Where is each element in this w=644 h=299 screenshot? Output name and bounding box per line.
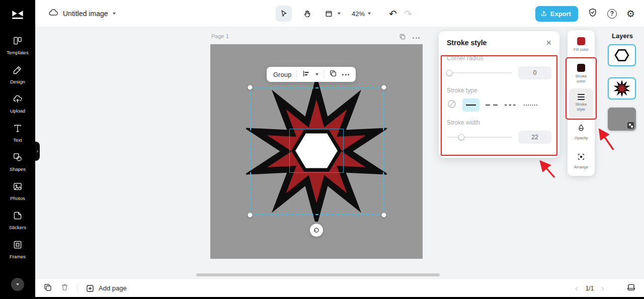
artboard-chevron-down-icon[interactable]: [338, 13, 341, 15]
delete-page-icon[interactable]: [60, 283, 69, 293]
next-page-chevron-icon[interactable]: ›: [601, 284, 604, 292]
bottombar-divider: [77, 284, 77, 293]
artboard-tool-button[interactable]: [322, 6, 335, 22]
layer-item-background[interactable]: [608, 108, 636, 131]
stroke-width-label: Stroke width: [447, 119, 551, 126]
add-page-label: Add page: [99, 284, 127, 292]
topbar: Untitled image 42% ↶ ↷: [35, 0, 644, 27]
stroke-style-panel: Stroke style × Corner radius 0 Stroke ty…: [439, 31, 559, 158]
upload-icon: [13, 94, 23, 106]
app-root: Page 1 Group: [0, 0, 644, 299]
sidebar-item-design[interactable]: Design: [0, 60, 35, 89]
horizontal-scrollbar[interactable]: [196, 273, 440, 276]
stroke-type-dash-button[interactable]: [485, 101, 499, 110]
app-logo-icon[interactable]: [10, 7, 25, 24]
bottombar: Add page ‹ 1/1 ›: [35, 278, 644, 297]
zoom-chevron-down-icon: [368, 13, 371, 15]
arrange-icon: [577, 153, 585, 163]
sidebar-item-stickers[interactable]: Stickers: [0, 206, 35, 235]
layer-item-star[interactable]: [608, 77, 636, 99]
export-label: Export: [550, 10, 571, 18]
add-page-button[interactable]: Add page: [86, 284, 127, 293]
align-chevron-down-icon[interactable]: [315, 73, 318, 75]
file-title-chevron-down-icon[interactable]: [113, 13, 116, 15]
group-toolbar: Group: [267, 67, 356, 82]
layers-panel: Layers: [604, 27, 644, 278]
settings-gear-icon[interactable]: ⚙: [626, 9, 635, 19]
account-avatar[interactable]: [11, 278, 24, 291]
hexagon-selection-frame: [289, 129, 344, 173]
file-title[interactable]: Untitled image: [63, 10, 108, 18]
sidebar-item-shapes[interactable]: Shapes: [0, 147, 35, 176]
selection-handle-ne[interactable]: [381, 85, 386, 90]
align-icon[interactable]: [302, 69, 310, 80]
cloud-save-icon[interactable]: [48, 8, 58, 20]
selection-handle-se[interactable]: [381, 213, 386, 218]
layers-title: Layers: [612, 32, 633, 40]
stroke-style-icon: [578, 94, 585, 100]
stroke-type-label: Stroke type: [447, 87, 551, 94]
sidebar-item-templates[interactable]: Templates: [0, 31, 35, 60]
selection-handle-nw[interactable]: [248, 85, 253, 90]
page-label: Page 1: [211, 33, 229, 39]
page-indicator: 1/1: [586, 285, 594, 292]
opacity-button[interactable]: Opacity: [568, 118, 595, 147]
shape-tools-panel: Fill color Stroke color Stroke style Opa…: [568, 30, 595, 176]
prev-page-chevron-icon[interactable]: ‹: [575, 284, 578, 292]
design-icon: [13, 65, 23, 77]
redo-button[interactable]: ↷: [404, 8, 412, 20]
panel-title: Stroke style: [447, 39, 487, 47]
help-icon[interactable]: ?: [607, 9, 617, 19]
sidebar-item-frames[interactable]: Frames: [0, 235, 35, 264]
sidebar-collapse-handle[interactable]: ›: [35, 142, 40, 161]
text-icon: [13, 123, 23, 135]
select-tool-button[interactable]: [276, 6, 292, 22]
duplicate-icon[interactable]: [329, 69, 337, 79]
shapes-icon: [13, 152, 23, 164]
stroke-style-button[interactable]: Stroke style: [569, 88, 593, 118]
stroke-type-dotted-button[interactable]: [523, 101, 538, 110]
corner-radius-slider[interactable]: [447, 70, 512, 76]
photos-icon: [13, 181, 23, 193]
stroke-type-solid-button[interactable]: [462, 98, 479, 112]
hand-tool-button[interactable]: [299, 6, 315, 22]
rotate-handle[interactable]: [310, 224, 323, 237]
stroke-width-value[interactable]: 22: [518, 131, 551, 144]
stroke-color-button[interactable]: Stroke color: [568, 59, 595, 88]
sidebar: Templates Design Upload Text Shapes Phot…: [0, 0, 35, 299]
stroke-color-swatch: [577, 64, 585, 72]
sidebar-item-text[interactable]: Text: [0, 118, 35, 147]
zoom-level: 42%: [352, 10, 365, 18]
toolbar-divider: [296, 70, 297, 78]
toolbar-divider: [324, 70, 324, 78]
close-icon[interactable]: ×: [546, 38, 551, 47]
page-more-icon[interactable]: [413, 37, 420, 39]
more-options-icon[interactable]: [342, 74, 349, 75]
fill-color-swatch: [577, 37, 585, 45]
no-stroke-icon[interactable]: [447, 99, 457, 111]
selection-handle-sw[interactable]: [248, 213, 253, 218]
sidebar-item-photos[interactable]: Photos: [0, 176, 35, 206]
stickers-icon: [13, 211, 23, 223]
stroke-type-dash-small-button[interactable]: [504, 101, 518, 110]
corner-radius-label: Corner radius: [447, 55, 551, 62]
background-transparency-icon: [627, 122, 634, 129]
undo-button[interactable]: ↶: [389, 8, 397, 20]
zoom-control[interactable]: 42%: [352, 10, 371, 18]
opacity-droplet-icon: [577, 124, 585, 134]
fill-color-button[interactable]: Fill color: [568, 30, 595, 59]
frames-icon: [13, 240, 23, 252]
sidebar-item-upload[interactable]: Upload: [0, 89, 35, 118]
arrange-button[interactable]: Arrange: [568, 147, 595, 176]
duplicate-page-icon[interactable]: [43, 283, 52, 294]
stroke-width-slider[interactable]: [447, 134, 512, 140]
layer-item-hexagon[interactable]: [608, 44, 636, 66]
export-button[interactable]: Export: [535, 6, 578, 22]
group-button[interactable]: Group: [273, 71, 291, 78]
safety-shield-icon[interactable]: [588, 8, 598, 20]
page-duplicate-icon[interactable]: [399, 33, 406, 42]
corner-radius-value[interactable]: 0: [518, 66, 551, 79]
bottom-edge: [0, 297, 644, 299]
present-on-device-icon[interactable]: [626, 282, 636, 294]
templates-icon: [13, 36, 23, 48]
